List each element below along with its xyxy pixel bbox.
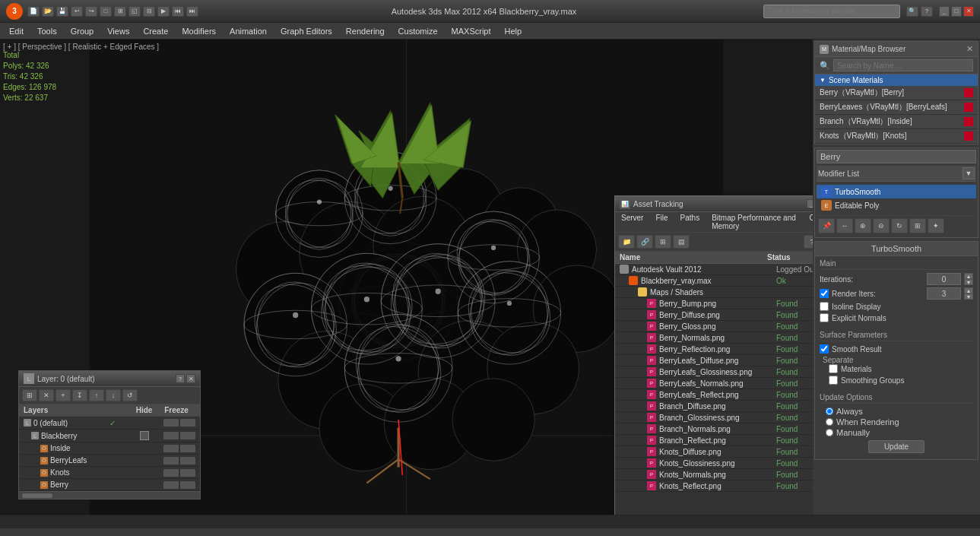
tb-btn-1[interactable]: □: [100, 6, 112, 17]
at-row-img-14[interactable]: P Knots_Glossiness.png Found: [615, 458, 813, 469]
close-btn[interactable]: ✕: [963, 6, 974, 17]
ts-render-spin-down[interactable]: ▼: [964, 293, 973, 300]
tb-btn-open[interactable]: 📂: [42, 6, 54, 17]
at-table-body[interactable]: Autodesk Vault 2012 Logged Out Blackberr…: [615, 264, 813, 515]
lp-btn-4[interactable]: ↧: [72, 389, 87, 401]
pin-icon-btn[interactable]: 📌: [818, 218, 835, 233]
lp-scrollbar[interactable]: [19, 491, 200, 499]
at-btn-2[interactable]: 🔗: [636, 235, 653, 249]
at-menu-options[interactable]: Options: [804, 212, 813, 232]
lp-row-blackberry[interactable]: L Blackberry: [19, 430, 200, 442]
ts-update-button[interactable]: Update: [868, 440, 924, 453]
mat-browser-header[interactable]: M Material/Map Browser ✕: [815, 42, 978, 57]
at-row-img-8[interactable]: P BerryLeafs_Reflect.png Found: [615, 389, 813, 401]
berry-search-input[interactable]: [817, 150, 976, 163]
ts-radio-always-input[interactable]: [826, 408, 833, 415]
at-btn-4[interactable]: ▤: [673, 235, 690, 249]
lp-btn-1[interactable]: ⊞: [22, 389, 37, 401]
modifier-row-turbosmooth[interactable]: T TurboSmooth: [817, 185, 976, 198]
snap-icon-btn[interactable]: ✦: [928, 218, 944, 233]
lp-btn-5[interactable]: ↑: [89, 389, 104, 401]
lp-row-default[interactable]: L 0 (default) ✓: [19, 417, 200, 430]
search-icon-btn[interactable]: 🔍: [906, 6, 918, 17]
mat-item-2[interactable]: Branch（VRayMtl）[Inside]: [815, 115, 978, 129]
ts-materials-check[interactable]: [829, 364, 838, 373]
modifier-list-dropdown[interactable]: ▼: [963, 167, 975, 179]
menu-group[interactable]: Group: [65, 25, 100, 37]
menu-graph-editors[interactable]: Graph Editors: [274, 25, 338, 37]
mat-item-1[interactable]: BerryLeaves（VRayMtl）[BerryLeafs]: [815, 100, 978, 115]
at-menu-server[interactable]: Server: [615, 212, 649, 232]
lp-btn-7[interactable]: ↺: [122, 389, 138, 401]
lp-row-knots[interactable]: O Knots: [19, 467, 200, 479]
freeze-checkbox[interactable]: [140, 431, 149, 440]
ts-isoline-check[interactable]: [820, 302, 829, 311]
help-icon-btn[interactable]: ?: [921, 6, 933, 17]
menu-maxscript[interactable]: MAXScript: [446, 25, 497, 37]
mat-item-0[interactable]: Berry（VRayMtl）[Berry]: [815, 86, 978, 100]
lp-row-berryleafs[interactable]: O BerryLeafs: [19, 455, 200, 467]
scale-icon-btn[interactable]: ⊖: [873, 218, 890, 233]
at-row-img-1[interactable]: P Berry_Diffuse.png Found: [615, 309, 813, 321]
menu-edit[interactable]: Edit: [3, 25, 30, 37]
at-titlebar[interactable]: 📊 Asset Tracking _ □ ✕: [615, 196, 813, 212]
at-row-img-15[interactable]: P Knots_Normals.png Found: [615, 469, 813, 480]
lp-help-btn[interactable]: ?: [176, 374, 185, 383]
at-menu-paths[interactable]: Paths: [674, 212, 706, 232]
at-row-img-4[interactable]: P Berry_Reflection.png Found: [615, 344, 813, 355]
maximize-btn[interactable]: □: [951, 6, 962, 17]
at-help-btn[interactable]: ?: [804, 235, 813, 249]
at-row-img-0[interactable]: P Berry_Bump.png Found: [615, 298, 813, 309]
tb-btn-3[interactable]: ◱: [128, 6, 141, 17]
scene-materials-header[interactable]: ▼ Scene Materials: [815, 75, 978, 86]
at-row-img-5[interactable]: P BerryLeafs_Diffuse.png Found: [615, 355, 813, 366]
at-btn-3[interactable]: ⊞: [655, 235, 671, 249]
ts-radio-manually-input[interactable]: [826, 429, 833, 436]
ts-render-spin-up[interactable]: ▲: [964, 287, 973, 293]
mat-item-3[interactable]: Knots（VRayMtl）[Knots]: [815, 129, 978, 144]
ts-render-iters-input[interactable]: [927, 287, 961, 300]
titlebar-search-input[interactable]: [763, 5, 900, 18]
at-row-img-12[interactable]: P Branch_Reflect.png Found: [615, 435, 813, 446]
at-row-max[interactable]: Blackberry_vray.max Ok: [615, 275, 813, 287]
viewport[interactable]: [ + ] [ Perspective ] [ Realistic + Edge…: [0, 40, 813, 515]
at-menu-file[interactable]: File: [649, 212, 674, 232]
at-row-img-3[interactable]: P Berry_Normals.png Found: [615, 332, 813, 344]
ts-explicit-check[interactable]: [820, 313, 829, 322]
at-row-img-16[interactable]: P Knots_Reflect.png Found: [615, 480, 813, 492]
tb-btn-6[interactable]: ⏮: [172, 6, 184, 17]
menu-rendering[interactable]: Rendering: [340, 25, 391, 37]
lp-btn-2[interactable]: ✕: [39, 389, 54, 401]
tb-btn-5[interactable]: ▶: [157, 6, 170, 17]
at-menu-bitmap[interactable]: Bitmap Performance and Memory: [706, 212, 803, 232]
ts-spin-down[interactable]: ▼: [964, 279, 973, 285]
at-row-img-10[interactable]: P Branch_Glossiness.png Found: [615, 412, 813, 423]
lp-btn-6[interactable]: ↓: [106, 389, 121, 401]
ts-spin-up[interactable]: ▲: [964, 273, 973, 279]
ts-radio-rendering-input[interactable]: [826, 418, 833, 426]
modifier-row-editable-poly[interactable]: E Editable Poly: [817, 198, 976, 212]
at-row-img-2[interactable]: P Berry_Gloss.png Found: [615, 321, 813, 332]
at-row-img-13[interactable]: P Knots_Diffuse.png Found: [615, 446, 813, 458]
mat-search-input[interactable]: [833, 59, 973, 71]
menu-customize[interactable]: Customize: [392, 25, 444, 37]
lp-hscroll-thumb[interactable]: [22, 493, 52, 498]
at-row-img-7[interactable]: P BerryLeafs_Normals.png Found: [615, 378, 813, 389]
ts-render-check[interactable]: [820, 289, 829, 298]
menu-animation[interactable]: Animation: [224, 25, 273, 37]
tb-btn-save[interactable]: 💾: [56, 6, 68, 17]
tb-btn-2[interactable]: ⊞: [114, 6, 126, 17]
move-icon-btn[interactable]: ↔: [836, 218, 853, 233]
tb-btn-4[interactable]: ⊟: [143, 6, 155, 17]
tb-btn-7[interactable]: ⏭: [186, 6, 198, 17]
menu-views[interactable]: Views: [101, 25, 135, 37]
at-row-img-11[interactable]: P Branch_Normals.png Found: [615, 423, 813, 435]
ts-smoothing-check[interactable]: [829, 376, 838, 385]
ts-iterations-input[interactable]: [927, 273, 961, 285]
ts-smooth-check[interactable]: [820, 344, 829, 354]
menu-create[interactable]: Create: [137, 25, 174, 37]
rotate-icon-btn[interactable]: ↻: [891, 218, 908, 233]
at-minimize-btn[interactable]: _: [807, 199, 813, 208]
lp-titlebar[interactable]: L Layer: 0 (default) ? ✕: [19, 371, 200, 387]
menu-tools[interactable]: Tools: [31, 25, 63, 37]
